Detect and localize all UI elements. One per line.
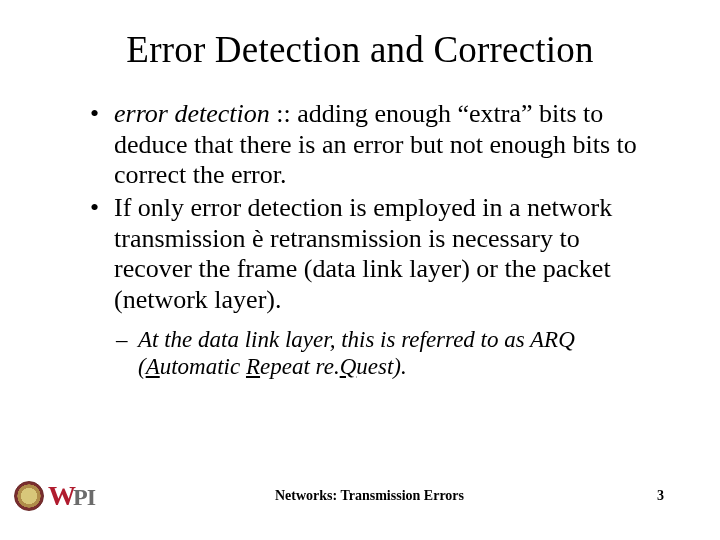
- arq-abbr: ARQ: [530, 327, 575, 352]
- slide-title: Error Detection and Correction: [60, 28, 660, 71]
- r-rest: epeat re.: [260, 354, 340, 379]
- sub-prefix: At the data link layer, this is referred…: [138, 327, 530, 352]
- a-rest: utomatic: [160, 354, 246, 379]
- wpi-pi: PI: [73, 484, 95, 511]
- bullet-list: error detection :: adding enough “extra”…: [60, 99, 660, 316]
- bullet-2: If only error detection is employed in a…: [90, 193, 660, 316]
- bullet-2-text: If only error detection is employed in a…: [114, 193, 612, 314]
- wpi-logo: WPI: [14, 480, 95, 512]
- a-underline: A: [146, 354, 160, 379]
- slide: Error Detection and Correction error det…: [0, 0, 720, 540]
- open-paren: (: [138, 354, 146, 379]
- q-underline: Q: [340, 354, 357, 379]
- wpi-w: W: [48, 480, 75, 512]
- footer-title: Networks: Transmission Errors: [95, 488, 644, 504]
- r-underline: R: [246, 354, 260, 379]
- bullet-1: error detection :: adding enough “extra”…: [90, 99, 660, 191]
- wpi-seal-icon: [14, 481, 44, 511]
- footer: WPI Networks: Transmission Errors 3: [0, 480, 720, 512]
- wpi-wordmark: WPI: [48, 480, 95, 512]
- bullet-1-term: error detection: [114, 99, 270, 128]
- page-number: 3: [644, 488, 664, 504]
- q-rest: uest).: [356, 354, 406, 379]
- sub-bullet-1: At the data link layer, this is referred…: [116, 326, 660, 380]
- sub-text: At the data link layer, this is referred…: [138, 327, 575, 379]
- sub-bullet-list: At the data link layer, this is referred…: [60, 326, 660, 380]
